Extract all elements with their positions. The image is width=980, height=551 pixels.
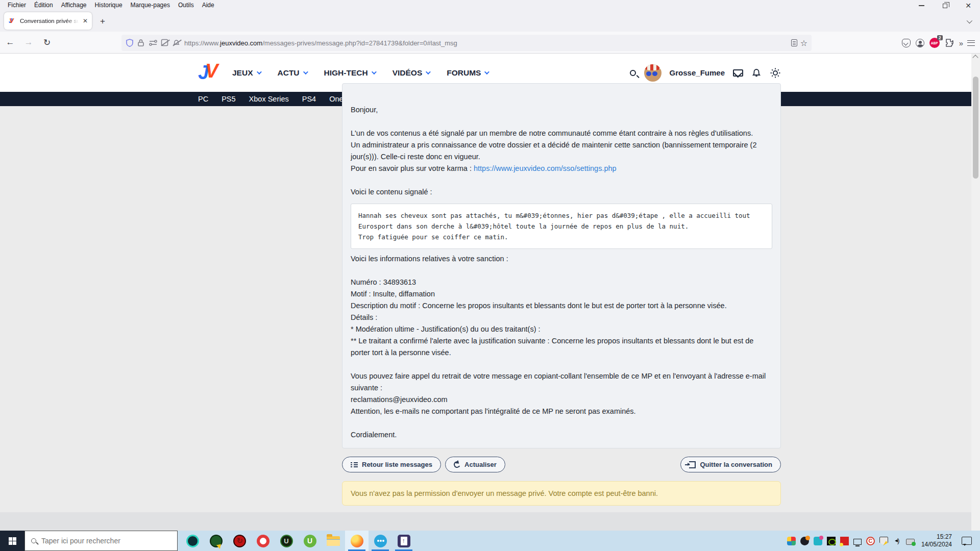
- blocked-autoplay-icon[interactable]: [161, 39, 169, 47]
- taskbar-search-input[interactable]: [41, 537, 159, 545]
- tracking-protection-shield-icon[interactable]: [126, 39, 134, 47]
- permissions-icon[interactable]: [149, 39, 157, 47]
- bookmark-star-icon[interactable]: ☆: [800, 38, 807, 48]
- quit-conversation-button[interactable]: Quitter la conversation: [680, 457, 781, 472]
- taskbar-utorrent-icon[interactable]: U: [298, 531, 322, 551]
- nav-high-tech[interactable]: HIGH-TECH: [324, 68, 375, 78]
- subnav-pc[interactable]: PC: [198, 95, 208, 103]
- tray-volume-icon[interactable]: [893, 537, 901, 546]
- scrollbar-thumb[interactable]: [973, 77, 978, 179]
- scroll-up-arrow-icon[interactable]: [972, 55, 978, 60]
- sanction-details-label: Détails :: [351, 312, 772, 323]
- menu-historique[interactable]: Historique: [91, 1, 126, 10]
- notifications-bell-icon[interactable]: [751, 67, 762, 79]
- sanction-motif: Motif : Insulte, diffamation: [351, 288, 772, 300]
- tray-avira-icon[interactable]: [840, 537, 849, 545]
- avatar[interactable]: [644, 64, 662, 82]
- menu-marque-pages[interactable]: Marque-pages: [127, 1, 174, 10]
- taskbar-mega-icon[interactable]: [369, 531, 392, 551]
- close-button[interactable]: ✕: [957, 0, 980, 11]
- tray-defender-warning-icon[interactable]: [879, 537, 888, 545]
- list-all-tabs-button[interactable]: [963, 15, 975, 28]
- menu-aide[interactable]: Aide: [199, 1, 218, 10]
- nav-jeux[interactable]: JEUX: [232, 68, 260, 78]
- taskbar-document-app-icon[interactable]: [392, 531, 415, 551]
- tray-nvidia-icon[interactable]: [827, 537, 836, 545]
- paragraph: L'un de vos contenus a été signalé par u…: [351, 128, 772, 139]
- clock-time: 15:27: [921, 533, 952, 541]
- action-center-icon[interactable]: [962, 537, 972, 545]
- app-menu-icon[interactable]: [967, 40, 975, 46]
- subnav-ps4[interactable]: PS4: [302, 95, 316, 103]
- adblock-plus-icon[interactable]: ABP2: [929, 38, 940, 48]
- restore-icon: [943, 4, 947, 8]
- nav-actu[interactable]: ACTU: [278, 68, 307, 78]
- taskbar-clock[interactable]: 15:27 14/05/2024: [921, 533, 952, 548]
- menu-edition[interactable]: Édition: [31, 1, 57, 10]
- reload-button[interactable]: ↻: [39, 34, 55, 51]
- forward-button[interactable]: →: [20, 34, 37, 51]
- tray-printer-icon[interactable]: [906, 539, 915, 545]
- extensions-puzzle-icon[interactable]: [945, 38, 954, 47]
- page-footer-strip: [0, 512, 971, 531]
- subnav-one[interactable]: One: [329, 95, 343, 103]
- greeting: Bonjour,: [351, 104, 772, 116]
- subnav-xbox-series[interactable]: Xbox Series: [249, 95, 289, 103]
- pocket-icon[interactable]: [902, 39, 911, 47]
- menu-outils[interactable]: Outils: [175, 1, 198, 10]
- jv-logo[interactable]: JV: [198, 62, 223, 84]
- url-bar[interactable]: https://www.jeuxvideo.com/messages-prive…: [121, 35, 812, 51]
- back-to-messages-button[interactable]: Retour liste messages: [342, 457, 441, 472]
- tab-title: Conversation privée sur Jeuxvid: [20, 18, 79, 24]
- tray-ccleaner-icon[interactable]: C: [866, 537, 875, 545]
- system-tray: C 15:27 14/05/2024: [787, 531, 980, 551]
- tab-close-icon[interactable]: ✕: [82, 17, 89, 24]
- start-button[interactable]: [0, 531, 24, 551]
- menu-affichage[interactable]: Affichage: [58, 1, 90, 10]
- taskbar-file-explorer-icon[interactable]: [322, 531, 345, 551]
- username[interactable]: Grosse_Fumee: [670, 68, 725, 77]
- overflow-menu-icon[interactable]: »: [959, 39, 962, 47]
- taskbar-malware-fighter-icon[interactable]: [181, 531, 204, 551]
- karma-link[interactable]: https://www.jeuxvideo.com/sso/settings.p…: [474, 164, 617, 172]
- reader-mode-icon[interactable]: [791, 39, 797, 46]
- tray-shield-icon[interactable]: [814, 537, 822, 545]
- taskbar-utorrent-dark-icon[interactable]: U: [275, 531, 298, 551]
- menu-fichier[interactable]: Fichier: [4, 1, 30, 10]
- abp-badge: 2: [937, 35, 943, 40]
- messages-envelope-icon[interactable]: [733, 69, 743, 77]
- sanction-detail-1: * Modération ultime - Justification(s) d…: [351, 323, 772, 335]
- tray-layers-icon[interactable]: [787, 537, 796, 545]
- nav-videos[interactable]: VIDÉOS: [393, 68, 430, 78]
- account-icon[interactable]: [916, 39, 924, 47]
- lock-icon[interactable]: [137, 39, 145, 47]
- sanction-detail-2: ** Le traitant a confirmé l'alerte avec …: [351, 335, 772, 359]
- appeal-warning: Attention, les e-mails ne comportant pas…: [351, 406, 772, 417]
- minimize-button[interactable]: [910, 0, 933, 11]
- taskbar-driver-booster-icon[interactable]: [228, 531, 251, 551]
- taskbar-opera-icon[interactable]: [251, 531, 275, 551]
- sanction-number: Numéro : 34893613: [351, 277, 772, 288]
- taskbar-search[interactable]: [24, 531, 178, 551]
- page-scrollbar[interactable]: [971, 54, 980, 531]
- blocked-notifications-icon[interactable]: [173, 39, 181, 47]
- theme-sun-icon[interactable]: [770, 67, 781, 79]
- refresh-button[interactable]: Actualiser: [445, 457, 505, 472]
- new-tab-button[interactable]: +: [95, 14, 110, 29]
- url-text[interactable]: https://www.jeuxvideo.com/messages-prive…: [184, 39, 788, 47]
- list-icon: [351, 462, 358, 467]
- tab-conversation[interactable]: JV Conversation privée sur Jeuxvid ✕: [4, 12, 92, 30]
- taskbar-globe-downloader-icon[interactable]: [204, 531, 228, 551]
- private-message-content: Bonjour, L'un de vos contenus a été sign…: [342, 106, 781, 506]
- back-button[interactable]: ←: [2, 34, 18, 51]
- restore-button[interactable]: [933, 0, 957, 11]
- close-icon: ✕: [965, 2, 971, 10]
- chevron-down-icon: [484, 69, 489, 74]
- nav-forums[interactable]: FORUMS: [447, 68, 488, 78]
- subnav-ps5[interactable]: PS5: [222, 95, 235, 103]
- chevron-down-icon: [303, 69, 308, 74]
- search-icon[interactable]: [630, 70, 636, 76]
- taskbar-firefox-icon[interactable]: [345, 531, 369, 551]
- tray-notification-dot-icon[interactable]: [800, 537, 809, 545]
- tray-network-icon[interactable]: [853, 539, 862, 545]
